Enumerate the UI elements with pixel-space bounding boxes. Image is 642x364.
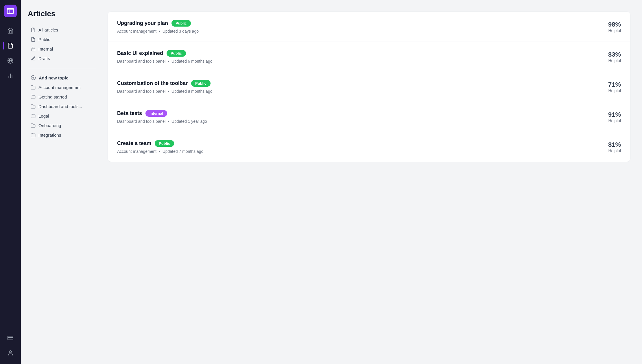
folder-icon — [31, 85, 36, 90]
document-icon — [31, 27, 36, 32]
sidebar-item-internal[interactable]: Internal — [28, 44, 96, 54]
article-percent: 91% — [592, 111, 621, 118]
article-badge: Public — [167, 50, 186, 57]
article-title: Customization of the toolbar — [117, 80, 188, 86]
article-stat: 81% Helpful — [592, 141, 621, 153]
sidebar: Articles All articles Public Internal — [21, 0, 102, 364]
article-helpful: Helpful — [592, 148, 621, 153]
article-meta: Dashboard and tools panel • Updated 8 mo… — [117, 89, 592, 94]
article-row[interactable]: Beta tests Internal Dashboard and tools … — [108, 102, 630, 132]
article-row[interactable]: Customization of the toolbar Public Dash… — [108, 72, 630, 102]
icon-nav — [0, 0, 21, 364]
article-meta: Dashboard and tools panel • Updated 1 ye… — [117, 119, 592, 124]
article-percent: 98% — [592, 21, 621, 28]
article-title-row: Customization of the toolbar Public — [117, 80, 592, 87]
add-new-topic-button[interactable]: Add new topic — [28, 73, 96, 83]
article-info: Basic UI explained Public Dashboard and … — [117, 50, 592, 64]
article-badge: Public — [155, 140, 174, 147]
articles-nav-btn[interactable] — [4, 39, 17, 52]
folder-integrations[interactable]: Integrations — [28, 130, 96, 140]
folder-icon — [31, 123, 36, 128]
article-title-row: Basic UI explained Public — [117, 50, 592, 57]
account-nav-btn[interactable] — [4, 347, 17, 359]
lock-icon — [31, 47, 36, 51]
main-content: Upgrading your plan Public Account manag… — [102, 0, 642, 364]
home-nav-btn[interactable] — [4, 24, 17, 37]
sidebar-divider — [28, 68, 96, 68]
article-row[interactable]: Basic UI explained Public Dashboard and … — [108, 42, 630, 72]
sidebar-nav-section: All articles Public Internal Drafts — [28, 25, 96, 63]
article-helpful: Helpful — [592, 118, 621, 123]
article-meta: Dashboard and tools panel • Updated 6 mo… — [117, 59, 592, 64]
sidebar-title: Articles — [28, 9, 96, 18]
article-helpful: Helpful — [592, 58, 621, 63]
article-title: Beta tests — [117, 110, 142, 116]
analytics-nav-btn[interactable] — [4, 69, 17, 82]
article-percent: 83% — [592, 51, 621, 58]
article-info: Customization of the toolbar Public Dash… — [117, 80, 592, 94]
article-info: Upgrading your plan Public Account manag… — [117, 20, 592, 34]
article-title-row: Create a team Public — [117, 140, 592, 147]
article-title-row: Beta tests Internal — [117, 110, 592, 117]
folder-icon — [31, 133, 36, 138]
article-stat: 98% Helpful — [592, 21, 621, 33]
svg-rect-7 — [8, 336, 13, 340]
article-badge: Public — [171, 20, 191, 27]
article-meta: Account management • Updated 3 days ago — [117, 29, 592, 34]
article-title-row: Upgrading your plan Public — [117, 20, 592, 27]
svg-rect-10 — [31, 49, 35, 51]
sidebar-item-drafts[interactable]: Drafts — [28, 54, 96, 63]
svg-point-9 — [9, 351, 11, 353]
sidebar-item-all-articles[interactable]: All articles — [28, 25, 96, 35]
folder-icon — [31, 94, 36, 99]
article-row[interactable]: Upgrading your plan Public Account manag… — [108, 12, 630, 42]
article-title: Upgrading your plan — [117, 20, 168, 26]
folder-icon — [31, 114, 36, 118]
edit-icon — [31, 56, 36, 61]
billing-nav-btn[interactable] — [4, 332, 17, 344]
article-info: Create a team Public Account management … — [117, 140, 592, 154]
globe-nav-btn[interactable] — [4, 54, 17, 67]
folder-dashboard-tools[interactable]: Dashboard and tools... — [28, 102, 96, 111]
article-meta: Account management • Updated 7 months ag… — [117, 149, 592, 154]
article-stat: 71% Helpful — [592, 81, 621, 93]
plus-circle-icon — [31, 75, 36, 80]
app-logo[interactable] — [4, 5, 17, 17]
folder-legal[interactable]: Legal — [28, 111, 96, 121]
article-stat: 91% Helpful — [592, 111, 621, 123]
article-badge: Internal — [145, 110, 167, 117]
folder-onboarding[interactable]: Onboarding — [28, 121, 96, 130]
article-helpful: Helpful — [592, 88, 621, 93]
sidebar-item-public[interactable]: Public — [28, 35, 96, 44]
article-info: Beta tests Internal Dashboard and tools … — [117, 110, 592, 124]
document2-icon — [31, 37, 36, 42]
folder-getting-started[interactable]: Getting started — [28, 92, 96, 102]
article-helpful: Helpful — [592, 28, 621, 33]
article-stat: 83% Helpful — [592, 51, 621, 63]
folder-account-management[interactable]: Account management — [28, 83, 96, 92]
article-row[interactable]: Create a team Public Account management … — [108, 132, 630, 162]
articles-list: Upgrading your plan Public Account manag… — [108, 12, 630, 162]
article-title: Basic UI explained — [117, 50, 163, 56]
article-percent: 81% — [592, 141, 621, 148]
article-badge: Public — [191, 80, 211, 87]
article-percent: 71% — [592, 81, 621, 88]
folder-icon — [31, 104, 36, 109]
article-title: Create a team — [117, 140, 151, 146]
